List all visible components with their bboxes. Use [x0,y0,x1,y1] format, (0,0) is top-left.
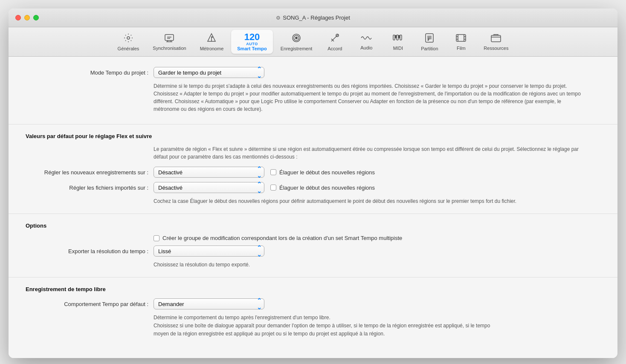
smart-tempo-auto: AUTO [246,42,258,46]
elaguer-debut-checkbox-1[interactable] [270,169,276,175]
enregistrement-libre-section: Enregistrement de tempo libre Comporteme… [9,277,617,347]
nouveaux-enregistrements-select[interactable]: Désactivé [154,167,264,178]
tab-smart-tempo[interactable]: 120 AUTO Smart Tempo [231,30,272,54]
elaguer-debut-row-2: Élaguer le début des nouvelles régions [270,185,375,191]
smart-tempo-checkbox-row: Créer le groupe de modification correspo… [154,235,600,241]
svg-point-0 [127,37,130,39]
flex-suivre-footer: Cochez la case Élaguer le début des nouv… [154,197,600,205]
tab-synchronisation[interactable]: Synchronisation [147,31,192,53]
ressources-label: Ressources [484,46,508,51]
nouveaux-enregistrements-label: Régler les nouveaux enregistrements sur … [26,169,154,176]
film-icon [455,33,467,44]
minimize-button[interactable] [24,15,30,20]
svg-point-6 [295,37,298,39]
export-resolution-select-wrapper: Lissé Précis ⌃⌄ [154,246,264,257]
smart-tempo-multipiste-label: Créer le groupe de modification correspo… [162,235,402,241]
comportement-tempo-description: Détermine le comportement du tempo après… [154,314,600,338]
flex-suivre-description: Le paramètre de région « Flex et suivre … [154,145,600,161]
titlebar: ⚙ SONG_A - Réglages Projet [9,9,617,27]
tab-metronome[interactable]: Métronome [194,30,230,54]
nouveaux-enregistrements-control: Désactivé ⌃⌄ Élaguer le début des nouvel… [154,167,600,178]
traffic-lights [15,15,39,20]
tab-midi[interactable]: MIDI [383,31,413,53]
svg-rect-15 [426,34,433,42]
smart-tempo-label: Smart Tempo [237,46,267,51]
svg-rect-10 [393,35,395,40]
elaguer-debut-label-1: Élaguer le début des nouvelles régions [279,169,375,176]
smart-tempo-badge: 120 AUTO [244,32,260,46]
svg-rect-12 [400,35,402,40]
generales-label: Générales [118,46,139,51]
export-resolution-row: Exporter la résolution du tempo : Lissé … [26,246,600,257]
audio-icon [360,34,372,44]
fichiers-importes-control: Désactivé ⌃⌄ Élaguer le début des nouvel… [154,182,600,193]
tab-accord[interactable]: Accord [320,30,350,54]
film-label: Film [457,46,466,51]
partition-label: Partition [421,46,438,51]
enregistrement-libre-title: Enregistrement de tempo libre [26,286,600,292]
svg-rect-28 [491,35,501,42]
svg-rect-1 [165,35,174,40]
comportement-tempo-control: Demander Appliquer à la région Appliquer… [154,298,600,309]
mode-tempo-description: Détermine si le tempo du projet s'adapte… [154,82,600,113]
midi-icon [392,33,403,44]
mode-tempo-select-wrapper: Garder le tempo du projet ⌃⌄ [154,67,264,78]
fichiers-importes-select[interactable]: Désactivé [154,182,264,193]
tab-film[interactable]: Film [446,31,476,53]
comportement-tempo-row: Comportement Tempo par défaut : Demander… [26,298,600,309]
options-title: Options [26,222,600,229]
options-section: Options Créer le groupe de modification … [9,214,617,277]
enregistrement-icon [291,33,301,45]
maximize-button[interactable] [33,15,39,20]
content-area: Mode Tempo du projet : Garder le tempo d… [9,57,617,358]
window-title: ⚙ SONG_A - Réglages Projet [276,14,350,21]
accord-label: Accord [327,46,342,51]
tab-generales[interactable]: Générales [112,30,145,54]
midi-label: MIDI [393,46,403,51]
app-window: ⚙ SONG_A - Réglages Projet Générales [9,9,617,358]
comportement-tempo-select-wrapper: Demander Appliquer à la région Appliquer… [154,298,264,309]
close-button[interactable] [15,15,21,20]
synchronisation-label: Synchronisation [153,46,186,51]
window-title-text: SONG_A - Réglages Projet [283,14,350,21]
synchronisation-icon [164,33,174,44]
comportement-tempo-select[interactable]: Demander Appliquer à la région Appliquer… [154,298,264,309]
audio-label: Audio [360,45,372,50]
elaguer-debut-row-1: Élaguer le début des nouvelles régions [270,169,375,176]
comportement-tempo-label: Comportement Tempo par défaut : [26,301,154,307]
smart-tempo-multipiste-checkbox[interactable] [154,235,159,241]
tab-partition[interactable]: Partition [414,30,444,54]
svg-line-8 [331,35,338,41]
enregistrement-label: Enregistrement [281,46,313,51]
svg-rect-14 [398,35,400,38]
nouveaux-enregistrements-row: Régler les nouveaux enregistrements sur … [26,167,600,178]
nouveaux-enregistrements-select-wrapper: Désactivé ⌃⌄ [154,167,264,178]
svg-rect-13 [395,35,397,38]
elaguer-debut-label-2: Élaguer le début des nouvelles régions [279,185,375,191]
fichiers-importes-row: Régler les fichiers importés sur : Désac… [26,182,600,193]
export-resolution-select[interactable]: Lissé Précis [154,246,264,257]
tab-audio[interactable]: Audio [351,31,381,53]
flex-suivre-section: Valeurs par défaut pour le réglage Flex … [9,124,617,214]
export-resolution-control: Lissé Précis ⌃⌄ [154,246,600,257]
ressources-icon [490,33,501,44]
mode-tempo-section: Mode Tempo du projet : Garder le tempo d… [9,57,617,124]
tab-ressources[interactable]: Ressources [478,31,514,53]
partition-icon [424,33,435,45]
tab-enregistrement[interactable]: Enregistrement [275,30,319,54]
export-resolution-description: Choisissez la résolution du tempo export… [154,261,600,269]
fichiers-importes-label: Régler les fichiers importés sur : [26,185,154,191]
metronome-icon [207,33,216,45]
toolbar: Générales Synchronisation [9,27,617,57]
metronome-label: Métronome [200,46,224,51]
svg-rect-11 [397,35,398,40]
mode-tempo-control: Garder le tempo du projet ⌃⌄ [154,67,600,78]
mode-tempo-select[interactable]: Garder le tempo du projet [154,67,264,78]
flex-suivre-title: Valeurs par défaut pour le réglage Flex … [26,133,600,139]
mode-tempo-label: Mode Tempo du projet : [26,69,154,76]
fichiers-importes-select-wrapper: Désactivé ⌃⌄ [154,182,264,193]
accord-icon [330,33,340,45]
elaguer-debut-checkbox-2[interactable] [270,185,276,191]
generales-icon [123,33,133,45]
window-title-icon: ⚙ [276,15,281,21]
